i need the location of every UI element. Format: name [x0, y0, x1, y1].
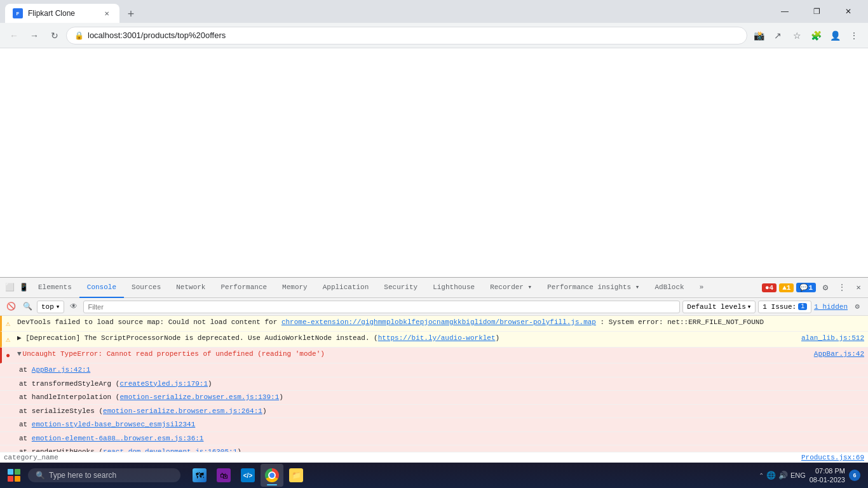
console-filter-input[interactable]	[83, 301, 680, 313]
taskbar-app-chrome[interactable]	[261, 464, 283, 487]
trace-text-7: at renderWithHooks (react-dom.developmen…	[19, 447, 864, 452]
browser-tab[interactable]: F Flipkart Clone ✕	[5, 4, 119, 23]
close-button[interactable]: ✕	[834, 0, 863, 23]
stack-trace-3: at handleInterpolation (emotion-serializ…	[0, 391, 868, 405]
reload-button[interactable]: ↻	[46, 27, 64, 44]
console-line-error-main: ● ▼ Uncaught TypeError: Cannot read prop…	[0, 348, 868, 363]
trace-link-3[interactable]: emotion-serialize.browser.esm.js:139:1	[119, 393, 279, 401]
taskbar: 🔍 Type here to search 🗺 🛍 </> 📁 ⌃ 🌐	[0, 463, 868, 488]
menu-icon[interactable]: ⋮	[845, 27, 863, 44]
tab-performance[interactable]: Performance	[213, 278, 275, 298]
console-settings-button[interactable]: ⚙	[850, 300, 864, 314]
forward-button[interactable]: →	[25, 27, 43, 44]
console-location-2[interactable]: alan_lib.js:512	[796, 333, 864, 344]
trace-link-6[interactable]: emotion-element-6a88….browser.esm.js:36:…	[32, 435, 204, 442]
screenshot-icon[interactable]: 📸	[750, 27, 768, 44]
systray-up-arrow[interactable]: ⌃	[759, 472, 764, 479]
audio-worklet-link[interactable]: https://bit.ly/audio-worklet	[378, 334, 496, 342]
issue-count: 1	[798, 303, 807, 310]
stack-trace-7: at renderWithHooks (react-dom.developmen…	[0, 445, 868, 452]
issue-badge: 1 Issue: 1	[758, 301, 811, 313]
devtools-device-button[interactable]: 📱	[17, 281, 31, 295]
issue-label: 1 Issue:	[763, 303, 796, 311]
tab-adblock[interactable]: AdBlock	[647, 278, 691, 298]
taskbar-apps: 🗺 🛍 </> 📁	[188, 464, 308, 487]
trace-link-2[interactable]: createStyled.js:179:1	[119, 380, 208, 388]
message-count-badge: 💬1	[796, 283, 816, 292]
hidden-badge[interactable]: 1 hidden	[814, 303, 848, 311]
back-button[interactable]: ←	[5, 27, 23, 44]
console-text-1: DevTools failed to load source map: Coul…	[17, 317, 864, 328]
share-icon[interactable]: ↗	[769, 27, 787, 44]
warning-icon-1: ⚠	[6, 318, 15, 330]
url-text: localhost:3001/products/top%20offers	[88, 30, 739, 40]
toolbar-icons: 📸 ↗ ☆ 🧩 👤 ⋮	[750, 27, 863, 44]
new-tab-button[interactable]: +	[122, 5, 140, 23]
chrome-icon	[265, 468, 279, 482]
trace-link-4[interactable]: emotion-serialize.browser.esm.js:264:1	[103, 407, 262, 415]
source-map-link[interactable]: chrome-extension://gighmmplobklfepjocnam…	[281, 318, 596, 326]
tab-lighthouse[interactable]: Lighthouse	[425, 278, 482, 298]
systray-network-icon: 🌐	[766, 471, 776, 480]
console-text-2: ▶ [Deprecation] The ScriptProcessorNode …	[17, 333, 796, 344]
window-controls: — ❐ ✕	[770, 0, 863, 23]
systray-clock[interactable]: 07:08 PM 08-01-2023	[810, 466, 845, 485]
minimize-button[interactable]: —	[770, 0, 799, 23]
notification-badge[interactable]: 6	[849, 470, 860, 481]
stack-trace-2: at transformedStyleArg (createStyled.js:…	[0, 377, 868, 391]
console-filter-button[interactable]: 🔍	[20, 300, 34, 314]
default-levels-label: Default levels	[687, 303, 745, 311]
console-location-error-main[interactable]: AppBar.js:42	[809, 349, 864, 360]
tab-performance-insights[interactable]: Performance insights ▾	[539, 278, 647, 298]
trace-link-5[interactable]: emotion-styled-base_browsec_esmjsil2341	[32, 421, 195, 428]
trace-text-1: at AppBar.js:42:1	[19, 365, 864, 376]
stack-trace-6: at emotion-element-6a88….browser.esm.js:…	[0, 432, 868, 446]
tab-close-button[interactable]: ✕	[102, 8, 112, 18]
devtools-tabs: ⬜ 📱 Elements Console Sources Network Per…	[0, 278, 868, 298]
tab-application[interactable]: Application	[315, 278, 377, 298]
taskbar-app-vscode[interactable]: </>	[236, 464, 259, 487]
context-selector[interactable]: top ▾	[37, 301, 64, 313]
systray-sound-icon: 🔊	[778, 471, 788, 480]
tab-network[interactable]: Network	[168, 278, 213, 298]
extensions-icon[interactable]: 🧩	[807, 27, 825, 44]
console-line-warning-2: ⚠ ▶ [Deprecation] The ScriptProcessorNod…	[0, 332, 868, 348]
tab-more[interactable]: »	[692, 278, 712, 298]
tab-elements[interactable]: Elements	[31, 278, 79, 298]
footer-location[interactable]: Products.jsx:69	[801, 454, 864, 461]
console-text-error-main: Uncaught TypeError: Cannot read properti…	[23, 349, 809, 360]
profile-icon[interactable]: 👤	[826, 27, 844, 44]
taskbar-app-store[interactable]: 🛍	[212, 464, 235, 487]
maximize-button[interactable]: ❐	[802, 0, 831, 23]
systray: ⌃ 🌐 🔊 ENG 07:08 PM 08-01-2023 6	[759, 466, 865, 485]
tab-memory[interactable]: Memory	[275, 278, 315, 298]
console-output[interactable]: ⚠ DevTools failed to load source map: Co…	[0, 316, 868, 452]
bookmark-icon[interactable]: ☆	[788, 27, 806, 44]
console-eye-button[interactable]: 👁	[67, 300, 81, 314]
trace-text-4: at serializeStyles (emotion-serialize.br…	[19, 406, 864, 417]
store-icon: 🛍	[217, 468, 231, 482]
systray-lang-label[interactable]: ENG	[790, 471, 806, 479]
trace-link-1[interactable]: AppBar.js:42:1	[32, 366, 90, 374]
tab-sources[interactable]: Sources	[124, 278, 168, 298]
start-button[interactable]	[3, 464, 25, 487]
console-clear-button[interactable]: 🚫	[4, 300, 18, 314]
stack-trace-4: at serializeStyles (emotion-serialize.br…	[0, 405, 868, 419]
tab-security[interactable]: Security	[376, 278, 425, 298]
taskbar-app-widgets[interactable]: 🗺	[188, 464, 211, 487]
taskbar-app-files[interactable]: 📁	[285, 464, 308, 487]
console-line-warning-1: ⚠ DevTools failed to load source map: Co…	[0, 316, 868, 332]
taskbar-search[interactable]: 🔍 Type here to search	[28, 468, 180, 482]
tab-recorder[interactable]: Recorder ▾	[482, 278, 539, 298]
trace-text-5: at emotion-styled-base_browsec_esmjsil23…	[19, 419, 864, 430]
devtools-inspect-button[interactable]: ⬜	[3, 281, 17, 295]
error-expand-arrow[interactable]: ▼	[17, 349, 22, 360]
error-icon-main: ●	[6, 350, 15, 362]
devtools-more-button[interactable]: ⋮	[835, 281, 849, 295]
devtools-settings-button[interactable]: ⚙	[818, 281, 832, 295]
devtools-close-button[interactable]: ✕	[851, 281, 865, 295]
default-levels-selector[interactable]: Default levels ▾	[682, 301, 756, 313]
lock-icon: 🔒	[74, 31, 84, 40]
url-bar[interactable]: 🔒 localhost:3001/products/top%20offers	[66, 27, 747, 44]
tab-console[interactable]: Console	[79, 278, 124, 298]
